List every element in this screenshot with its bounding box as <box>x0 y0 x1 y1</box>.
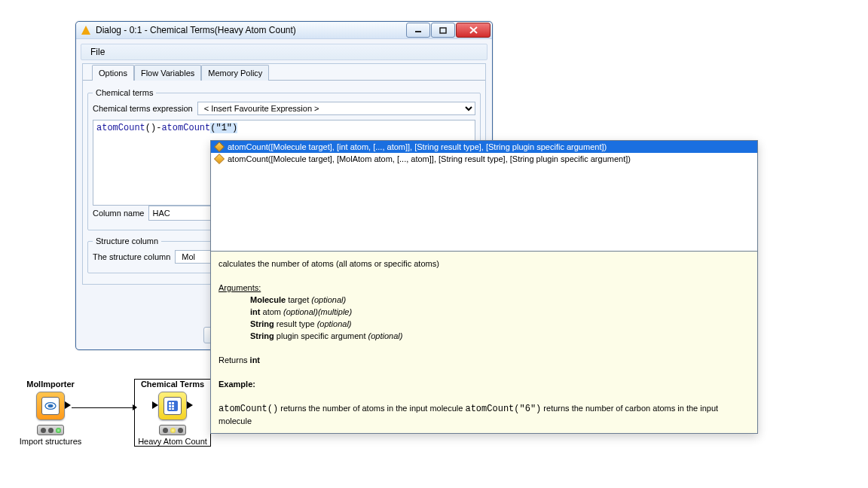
node-title: Chemical Terms <box>135 380 210 389</box>
svg-rect-8 <box>172 402 174 404</box>
workflow-canvas[interactable]: MolImporter Import structures Chemical T… <box>13 380 239 470</box>
function-icon <box>214 142 225 152</box>
menu-file[interactable]: File <box>86 45 109 59</box>
doc-returns: Returns int <box>219 354 750 366</box>
node-chemical-terms[interactable]: Chemical Terms Heavy Atom Count <box>135 380 210 446</box>
doc-argument: Molecule target (optional) <box>219 294 750 306</box>
doc-argument: int atom (optional)(multiple) <box>219 306 750 318</box>
output-port[interactable] <box>187 401 193 409</box>
svg-rect-10 <box>172 405 174 407</box>
label-expression: Chemical terms expression <box>93 104 193 113</box>
doc-example: atomCount() returns the number of atoms … <box>219 402 750 427</box>
doc-arguments-label: Arguments: <box>219 283 261 292</box>
maximize-button[interactable] <box>431 23 455 38</box>
doc-example-label: Example: <box>219 380 255 389</box>
autocomplete-item-text: atomCount([Molecule target], [MolAtom at… <box>228 154 631 163</box>
node-subtitle: Heavy Atom Count <box>135 437 210 446</box>
window-controls <box>405 23 491 38</box>
node-status <box>159 425 186 435</box>
function-icon <box>214 154 225 164</box>
node-icon <box>36 392 65 420</box>
svg-rect-7 <box>169 402 171 404</box>
node-status <box>37 425 64 435</box>
app-icon <box>81 25 91 35</box>
input-port[interactable] <box>152 401 158 409</box>
svg-point-5 <box>48 404 53 407</box>
svg-rect-12 <box>172 408 174 410</box>
autocomplete-popup: atomCount([Molecule target], [int atom, … <box>210 140 758 434</box>
tab-memory-policy[interactable]: Memory Policy <box>201 65 269 81</box>
legend-structure-column: Structure column <box>93 236 161 246</box>
expression-dropdown[interactable]: < Insert Favourite Expression > <box>197 102 475 115</box>
svg-rect-11 <box>169 408 171 410</box>
label-column-name: Column name <box>93 209 144 218</box>
tab-options[interactable]: Options <box>92 65 134 81</box>
doc-summary: calculates the number of atoms (all atom… <box>219 258 750 270</box>
svg-rect-9 <box>169 405 171 407</box>
node-title: MolImporter <box>13 380 88 389</box>
title-bar[interactable]: Dialog - 0:1 - Chemical Terms(Heavy Atom… <box>76 22 492 39</box>
svg-rect-1 <box>440 28 446 33</box>
minimize-button[interactable] <box>406 23 430 38</box>
label-structure-column: The structure column <box>93 252 170 261</box>
edge[interactable] <box>72 407 136 408</box>
autocomplete-item-text: atomCount([Molecule target], [int atom, … <box>228 142 607 151</box>
autocomplete-item[interactable]: atomCount([Molecule target], [int atom, … <box>211 141 757 153</box>
node-subtitle: Import structures <box>13 437 88 446</box>
tab-strip: Options Flow Variables Memory Policy <box>83 64 485 80</box>
node-molimporter[interactable]: MolImporter Import structures <box>13 380 88 446</box>
legend-chemical-terms: Chemical terms <box>93 88 156 97</box>
doc-argument: String result type (optional) <box>219 318 750 330</box>
autocomplete-doc: calculates the number of atoms (all atom… <box>211 251 757 433</box>
menu-bar: File <box>81 44 487 60</box>
tab-flow-variables[interactable]: Flow Variables <box>134 65 201 81</box>
output-port[interactable] <box>65 401 71 409</box>
window-title: Dialog - 0:1 - Chemical Terms(Heavy Atom… <box>96 25 405 35</box>
doc-argument: String plugin specific argument (optiona… <box>219 330 750 342</box>
close-button[interactable] <box>456 23 491 38</box>
node-icon <box>158 392 187 420</box>
autocomplete-list: atomCount([Molecule target], [int atom, … <box>211 141 757 251</box>
autocomplete-item[interactable]: atomCount([Molecule target], [MolAtom at… <box>211 153 757 165</box>
